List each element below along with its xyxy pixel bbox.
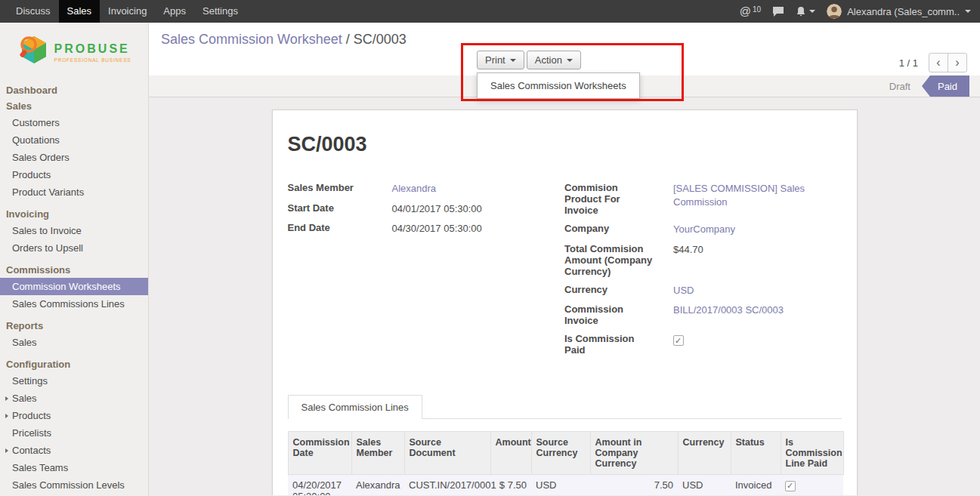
statusbar: Draft Paid [878,75,969,97]
sidebar-item-sales-to-invoice[interactable]: Sales to Invoice [0,222,148,239]
tab-sales-commission-lines[interactable]: Sales Commission Lines [288,395,422,419]
submenu-arrow-icon [5,396,8,401]
field-end-date: End Date 04/30/2017 05:30:00 [288,222,565,236]
sidebar-item-sales-orders[interactable]: Sales Orders [0,149,148,166]
sidebar-section-reports: Reports [0,318,148,334]
cell-company-amount: 7.50 [590,475,678,495]
field-label: Currency [564,284,654,295]
probuse-logo-icon [17,33,51,72]
sidebar-item-config-products[interactable]: Products [0,407,148,424]
end-date-value: 04/30/2017 05:30:00 [392,222,482,236]
sidebar-item-sales-commission-levels[interactable]: Sales Commission Levels [0,476,148,494]
action-button[interactable]: Action [527,51,581,69]
chevron-down-icon [809,10,815,13]
currency-link[interactable]: USD [673,285,694,296]
company-link[interactable]: YourCompany [673,223,735,235]
commission-product-link[interactable]: [SALES COMMISSION] Sales Commission [673,183,805,208]
field-start-date: Start Date 04/01/2017 05:30:00 [288,202,565,216]
systray: @ 10 Alexandra (Sales_comm.. [740,4,980,19]
sidebar: PROBUSE PROFESSIONAL BUSINESS Dashboard … [0,23,149,496]
menu-apps[interactable]: Apps [155,0,194,23]
column-header-sales-member[interactable]: Sales Member [351,432,404,475]
cell-line-paid [781,475,843,495]
menu-discuss[interactable]: Discuss [8,0,59,23]
cell-amount: $ 7.50 [490,475,531,495]
sidebar-item-customers[interactable]: Customers [0,114,148,131]
sidebar-item-orders-to-upsell[interactable]: Orders to Upsell [0,239,148,257]
menu-sales[interactable]: Sales [59,0,100,23]
field-currency: Currency USD [564,284,842,297]
field-label: Start Date [288,202,392,214]
line-paid-checkbox [785,481,796,491]
sidebar-item-commission-worksheets[interactable]: Commission Worksheets [0,278,148,295]
main-area: Sales Commission Worksheet / SC/0003 Pri… [149,23,980,496]
table-header-row: Commission Date Sales Member Source Docu… [288,432,843,475]
notifications-icon[interactable] [796,6,815,17]
column-header-status[interactable]: Status [731,432,781,475]
field-label: Is Commission Paid [564,333,654,356]
action-button-label: Action [535,54,562,66]
control-panel: Sales Commission Worksheet / SC/0003 Pri… [149,23,980,75]
column-header-amount[interactable]: Amount [490,432,531,475]
record-title: SC/0003 [288,133,842,156]
field-label: Total Commision Amount (Company Currency… [564,243,654,277]
breadcrumb-parent-link[interactable]: Sales Commission Worksheet [161,32,342,47]
user-menu[interactable]: Alexandra (Sales_comm.. [827,4,971,19]
table-row[interactable]: 04/20/2017 05:30:00 Alexandra CUST.IN/20… [288,475,843,495]
form-right-column: Commision Product For Invoice [SALES COM… [564,182,842,362]
sidebar-item-label: Sales [12,393,37,404]
sidebar-item-dashboard[interactable]: Dashboard [0,82,148,98]
field-total-commission-amount: Total Commision Amount (Company Currency… [564,243,842,277]
print-button[interactable]: Print [477,51,524,69]
sidebar-item-product-variants[interactable]: Product Variants [0,183,148,201]
pager-previous-button[interactable]: ‹ [929,53,948,72]
topbar: Discuss Sales Invoicing Apps Settings @ … [0,0,980,23]
commission-invoice-link[interactable]: BILL/2017/0003 SC/0003 [673,304,784,316]
cell-source-document: CUST.IN/2017/0001 [404,475,490,495]
menu-settings[interactable]: Settings [194,0,246,23]
sidebar-item-pricelists[interactable]: Pricelists [0,424,148,442]
probuse-logo-text: PROBUSE PROFESSIONAL BUSINESS [54,43,131,63]
mention-counter[interactable]: @ 10 [740,5,761,18]
sidebar-item-sales-commissions-lines[interactable]: Sales Commissions Lines [0,295,148,313]
probuse-logo: PROBUSE PROFESSIONAL BUSINESS [0,23,148,81]
notebook: Sales Commission Lines Commission Date S… [288,394,842,495]
start-date-value: 04/01/2017 05:30:00 [392,202,482,216]
sidebar-item-config-sales[interactable]: Sales [0,390,148,407]
chat-icon[interactable] [772,6,784,17]
sidebar-item-products[interactable]: Products [0,166,148,183]
form-left-column: Sales Member Alexandra Start Date 04/01/… [288,182,565,362]
cell-sales-member: Alexandra [351,475,404,495]
sidebar-nav: Dashboard Sales Customers Quotations Sal… [0,81,148,494]
column-header-amount-company-currency[interactable]: Amount in Company Currency [590,432,678,475]
sidebar-item-reports-sales[interactable]: Sales [0,334,148,351]
status-paid[interactable]: Paid [922,75,969,97]
column-header-source-currency[interactable]: Source Currency [531,432,590,475]
sidebar-item-settings[interactable]: Settings [0,372,148,390]
sidebar-item-label: Contacts [12,445,51,456]
submenu-arrow-icon [5,414,8,418]
status-draft[interactable]: Draft [878,75,922,97]
content-area: SC/0003 Sales Member Alexandra Start Dat… [149,97,980,495]
pager-next-button[interactable]: › [948,53,967,72]
topbar-menus: Discuss Sales Invoicing Apps Settings [0,0,246,23]
notebook-tabs: Sales Commission Lines [288,394,842,419]
column-header-currency[interactable]: Currency [678,432,731,475]
column-header-source-document[interactable]: Source Document [404,432,490,475]
menu-invoicing[interactable]: Invoicing [100,0,155,23]
pager: 1 / 1 ‹ › [899,53,967,72]
sidebar-item-sales[interactable]: Sales [0,98,148,114]
total-commission-amount-value: $44.70 [673,243,835,257]
sidebar-item-contacts[interactable]: Contacts [0,442,148,459]
column-header-commission-date[interactable]: Commission Date [288,432,351,475]
column-header-is-commission-line-paid[interactable]: Is Commission Line Paid [781,432,843,475]
sales-member-link[interactable]: Alexandra [392,183,437,194]
breadcrumb-current: SC/0003 [354,32,407,47]
breadcrumb: Sales Commission Worksheet / SC/0003 [149,23,980,48]
dropdown-item-sales-commission-worksheets[interactable]: Sales Commission Worksheets [478,75,639,96]
field-label: End Date [288,222,392,233]
field-sales-member: Sales Member Alexandra [288,182,565,196]
sidebar-item-sales-teams[interactable]: Sales Teams [0,459,148,476]
logo-title: PROBUSE [54,43,131,55]
sidebar-item-quotations[interactable]: Quotations [0,131,148,149]
